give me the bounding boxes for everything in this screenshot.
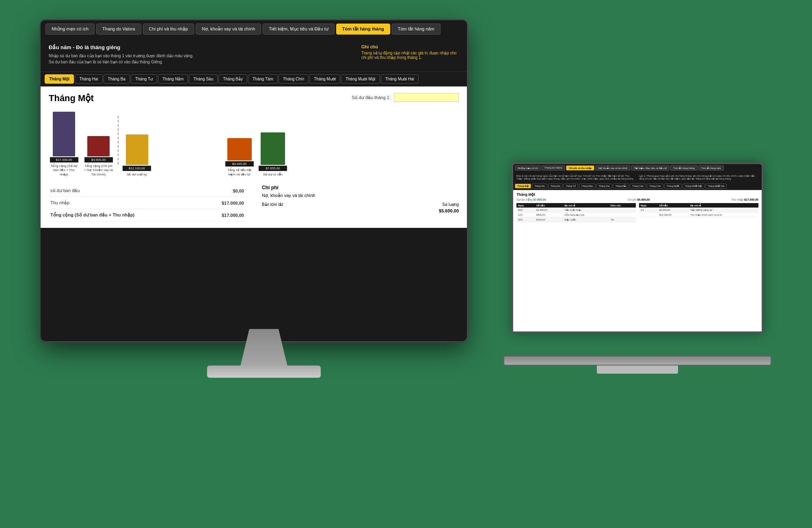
tab-tiet-kiem[interactable]: Tiết kiệm, Mục tiêu và Đầu tư (263, 24, 334, 35)
cell-note-1 (609, 208, 636, 212)
laptop-month-10[interactable]: Tháng Mười (664, 184, 682, 188)
bar-desc-1: Tổng cộng (Số dư ban đầu + Thu nhập) (49, 164, 79, 177)
col-mota-2: Bọ mô tả (689, 203, 758, 208)
laptop-note-text: Lưu ý: Phong quan bao gồm ghi chú hàng t… (639, 175, 756, 180)
income-desc-1: Tiền lương cộng sự (689, 208, 758, 212)
bar-savings (227, 138, 252, 160)
table-row-total: Tổng cộng (Số dư ban đầu + Thu nhập) $17… (49, 209, 246, 221)
cell-note-3: Tài (609, 217, 636, 222)
laptop-month-5[interactable]: Tháng Năm (579, 184, 596, 188)
laptop-month-4[interactable]: Tháng Tư (564, 184, 578, 188)
bar-item-3: $12.100,00 Số dư cuối kỳ (123, 134, 151, 177)
month-tab-3[interactable]: Tháng Ba (104, 74, 130, 84)
bar-total (53, 112, 75, 156)
cell-date-2: 12/1 (516, 212, 535, 217)
laptop-month-1[interactable]: Tháng Một (515, 184, 531, 188)
laptop-tab-tom-tat-nam[interactable]: Tóm tắt hàng năm (698, 165, 724, 171)
laptop-tab-chi-phi[interactable]: Chi phí và thu nhập (566, 165, 594, 171)
bar-desc-2: Tổng cộng (Chi phí + Nợ, Khoản vay và Tà… (83, 164, 114, 177)
bar-item-4: $4.445,00 Tổng số tiền tiết kiệm và đầu … (224, 138, 255, 177)
table-row: số dư ban đầu $0,00 (49, 185, 246, 197)
chart-group-right: $4.445,00 Tổng số tiền tiết kiệm và đầu … (224, 132, 287, 177)
tab-thang-do[interactable]: Thang do Valora (96, 24, 141, 35)
summary-section: số dư ban đầu $0,00 Thu nhập $17.000,00 … (49, 185, 459, 221)
laptop-month-11[interactable]: Tháng Mười Một (682, 184, 705, 188)
table-row: $14.000,00 Thu nhập chính sách và là lũ (639, 212, 758, 217)
laptop-tab-tiet-kiem[interactable]: Tiết kiệm, Mục tiêu và Đầu tư (631, 165, 669, 171)
laptop-tab-no[interactable]: Nợ, khoản vay và tài chính (595, 165, 630, 171)
laptop-tab-tom-tat-thang[interactable]: Tóm tắt hàng tháng (670, 165, 698, 171)
no-khoan-title: Nợ, khoản vay và tài chính (262, 193, 459, 198)
bar-item-1: $17.000,00 Tổng cộng (Số dư ban đầu + Th… (49, 112, 79, 177)
laptop-month-7[interactable]: Tháng Bảy (613, 184, 629, 188)
expense-label-laptop: Chi phí (627, 198, 636, 201)
col-mota-1: Bọ mô tả (563, 203, 609, 208)
tab-meo-co-ich[interactable]: Những mẹo có ích (45, 24, 95, 35)
income-table-container: Ngày Số tiền Bọ mô tả 1/1 $3.000,00 (639, 203, 758, 222)
bar-item-2: $4.900,00 Tổng cộng (Chi phí + Nợ, Khoản… (83, 136, 114, 177)
chart-group-left: $17.000,00 Tổng cộng (Số dư ban đầu + Th… (49, 112, 151, 177)
cell-desc-3: Điện nước (563, 217, 609, 222)
tab-no-khoan[interactable]: Nợ, khoản vay và tài chính (196, 24, 261, 35)
laptop-tab-meo[interactable]: Những mẹo có ích (515, 165, 541, 171)
table-row: 08/1 $1.500,00 Tiếu hoặt nhập (516, 208, 636, 212)
month-tab-11[interactable]: Tháng Mười Một (341, 74, 380, 84)
month-tab-2[interactable]: Tháng Hai (75, 74, 102, 84)
tab-tom-tat-nam[interactable]: Tóm tắt hàng năm (392, 24, 441, 35)
month-tab-12[interactable]: Tháng Mười Hai (381, 74, 419, 84)
content-header: Tháng Một Số dư đầu tháng 1: (49, 93, 459, 104)
table-row: Thu nhập $17.000,00 (49, 197, 246, 209)
expense-value-laptop: $4.400,00 (637, 198, 650, 201)
laptop-month-12[interactable]: Tháng Mười Hai (706, 184, 727, 188)
balance-label: Số dư đầu tháng 1: (352, 95, 391, 100)
cell-desc-1: Tiếu hoặt nhập (563, 208, 609, 212)
expense-table-container: Ngày Số tiền Bọ mô tả Dâm chú 08/1 (516, 203, 636, 222)
cell-date-3: 20/1 (516, 217, 535, 222)
cell-note-2 (609, 212, 636, 217)
bar-available (261, 132, 285, 165)
summary-amount-label: Số lượng (442, 202, 459, 207)
monitor-header: Đầu năm - Đó là tháng giêng Nhập số dư b… (41, 38, 467, 72)
laptop-month-3[interactable]: Tháng Ba (548, 184, 563, 188)
laptop-month-6[interactable]: Tháng Sáu (596, 184, 612, 188)
income-table: Ngày Số tiền Bọ mô tả 1/1 $3.000,00 (639, 203, 758, 217)
tab-tom-tat-thang[interactable]: Tóm tắt hàng tháng (336, 24, 390, 35)
laptop-month-tabs: Tháng Một Tháng Hai Tháng Ba Tháng Tư Th… (513, 182, 762, 190)
note-text: Trang sẽ tự động cập nhật các giá trị đư… (361, 51, 457, 60)
header-desc2: Số dư ban đầu của bạn là số tiền bạn có … (49, 59, 194, 65)
header-left: Đầu năm - Đó là tháng giêng Nhập số dư b… (49, 44, 194, 65)
bar-label-3: $12.100,00 (123, 166, 151, 171)
balance-value-laptop: $7.655,00 (533, 198, 546, 201)
laptop-header-left: Đây là các chi phí hàng ngày của bạn và … (516, 174, 636, 180)
tab-chi-phi[interactable]: Chi phí và thu nhập (143, 24, 194, 35)
chart-divider (118, 116, 119, 164)
month-tab-6[interactable]: Tháng Sáu (189, 74, 218, 84)
summary-table: số dư ban đầu $0,00 Thu nhập $17.000,00 … (49, 185, 246, 221)
laptop-tab-thang-do[interactable]: Thang do Valora (542, 165, 565, 171)
month-tab-5[interactable]: Tháng Năm (158, 74, 188, 84)
balance-label-laptop: Sự cân bằng (516, 198, 533, 201)
income-desc-2: Thu nhập chính sách và là lũ (689, 212, 758, 217)
month-tab-4[interactable]: Tháng Tư (131, 74, 157, 84)
laptop-month-9[interactable]: Tháng Chín (647, 184, 663, 188)
col-sotien-1: Số tiền (535, 203, 563, 208)
col-ngay-1: Ngày (516, 203, 535, 208)
balance-input[interactable] (394, 93, 459, 102)
laptop-tables: Ngày Số tiền Bọ mô tả Dâm chú 08/1 (516, 203, 758, 222)
month-tab-1[interactable]: Tháng Một (45, 74, 74, 84)
month-tab-10[interactable]: Tháng Mười (309, 74, 340, 84)
income-amount-1: $3.000,00 (658, 208, 689, 212)
bar-label-1: $17.000,00 (50, 157, 78, 162)
col-sotien-2: Số tiền (658, 203, 689, 208)
laptop-month-8[interactable]: Tháng Tám (630, 184, 646, 188)
month-tab-9[interactable]: Tháng Chín (279, 74, 309, 84)
month-tab-8[interactable]: Tháng Tám (248, 74, 278, 84)
laptop-month-2[interactable]: Tháng Hai (532, 184, 547, 188)
label-thu-nhap: Thu nhập (49, 197, 201, 209)
laptop-header: Đây là các chi phí hàng ngày của bạn và … (513, 172, 762, 182)
month-tab-7[interactable]: Tháng Bảy (218, 74, 247, 84)
monitor-month-tabs: Tháng Một Tháng Hai Tháng Ba Tháng Tư Th… (41, 72, 467, 87)
laptop-header-text: Đây là các chi phí hàng ngày của bạn và … (516, 175, 634, 180)
summary-label: Bản tóm tắt (262, 202, 283, 207)
monitor: Những mẹo có ích Thang do Valora Chi phí… (41, 20, 487, 394)
